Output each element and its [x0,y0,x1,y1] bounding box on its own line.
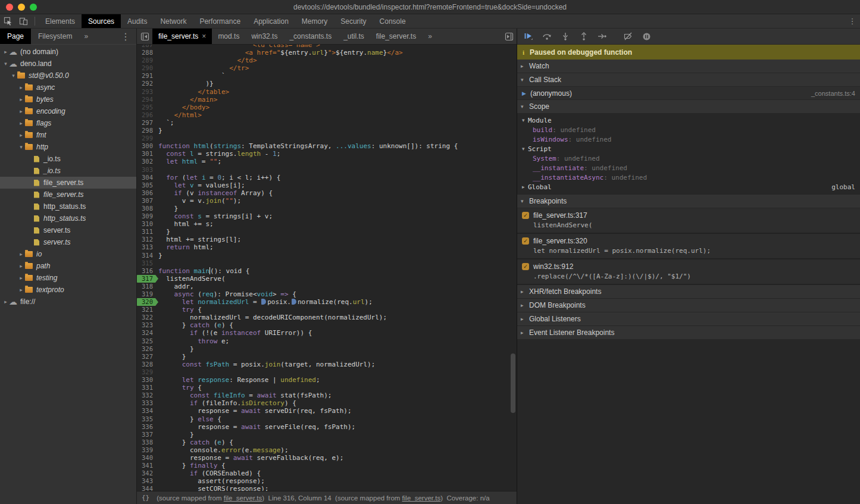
section-global-listeners[interactable]: ▸Global Listeners [517,312,860,326]
scope-property[interactable]: System: undefined [517,154,860,163]
line-number[interactable]: 291 [137,72,158,80]
line-number[interactable]: 339 [137,446,158,454]
scope-property[interactable]: isWindows: undefined [517,134,860,144]
code-line-290[interactable]: 290 </tr> [137,64,517,72]
pause-on-exceptions-button[interactable] [641,32,652,41]
code-line-314[interactable]: 314} [137,252,517,259]
line-number[interactable]: 292 [137,80,158,87]
line-number[interactable]: 298 [137,127,158,134]
tree-expand-arrow-icon[interactable]: ▸ [18,251,24,257]
line-number[interactable]: 301 [137,150,158,158]
code-line-311[interactable]: 311 } [137,228,517,236]
line-number[interactable]: 309 [137,212,158,220]
tree-expand-arrow-icon[interactable]: ▸ [18,84,24,90]
tree-expand-arrow-icon[interactable]: ▾ [10,73,17,79]
code-line-330[interactable]: 330 let response: Response | undefined; [137,376,517,384]
editor-tab-_util.ts-4[interactable]: _util.ts [337,29,370,44]
tree-expand-arrow-icon[interactable]: ▸ [18,132,24,138]
code-line-313[interactable]: 313 return html; [137,243,517,251]
resume-script-button[interactable] [523,32,534,41]
deactivate-breakpoints-button[interactable] [623,32,633,41]
code-line-307[interactable]: 307 v = v.join(""); [137,197,517,205]
code-line-341[interactable]: 341 } finally { [137,462,517,469]
line-number[interactable]: 311 [137,228,158,236]
code-line-336[interactable]: 336 response = await serveFile(req, fsPa… [137,423,517,431]
line-number[interactable]: 341 [137,462,158,469]
code-line-309[interactable]: 309 const s = strings[i] + v; [137,212,517,220]
pretty-print-icon[interactable]: {} [142,494,149,502]
code-line-291[interactable]: 291 ` [137,72,517,80]
step-into-button[interactable] [560,32,571,41]
show-debugger-icon[interactable] [501,29,517,44]
line-number[interactable]: 343 [137,477,158,485]
code-line-289[interactable]: 289 </td> [137,57,517,64]
code-line-315[interactable]: 315 [137,259,517,267]
tree-item-server.ts[interactable]: server.ts [0,236,136,248]
editor-tab-win32.ts-2[interactable]: win32.ts [245,29,283,44]
code-line-334[interactable]: 334 response = await serveDir(req, fsPat… [137,407,517,415]
line-number[interactable]: 302 [137,158,158,165]
tree-item-encoding[interactable]: ▸encoding [0,105,136,117]
line-number[interactable]: 321 [137,306,158,314]
line-number[interactable]: 297 [137,119,158,127]
line-number[interactable]: 332 [137,392,158,399]
tab-sources[interactable]: Sources [82,14,121,28]
code-line-303[interactable]: 303 [137,166,517,174]
tree-item-async[interactable]: ▸async [0,82,136,93]
code-line-322[interactable]: 322 normalizedUrl = decodeURIComponent(n… [137,314,517,321]
tree-expand-arrow-icon[interactable]: ▸ [18,108,24,114]
line-number[interactable]: 340 [137,454,158,462]
tree-item--no-domain-[interactable]: ▸☁(no domain) [0,46,136,58]
line-number[interactable]: 330 [137,376,158,384]
line-number[interactable]: 293 [137,88,158,96]
tree-expand-arrow-icon[interactable]: ▸ [18,287,24,293]
step-out-button[interactable] [578,32,589,41]
code-line-306[interactable]: 306 if (v instanceof Array) { [137,189,517,197]
line-number[interactable]: 303 [137,166,158,174]
tree-expand-arrow-icon[interactable]: ▸ [18,96,24,102]
line-number[interactable]: 306 [137,189,158,197]
call-stack-frame[interactable]: ▶ (anonymous) _constants.ts:4 [517,87,860,100]
code-line-343[interactable]: 343 assert(response); [137,477,517,485]
tree-expand-arrow-icon[interactable]: ▸ [2,49,9,55]
tree-item-file-server.ts[interactable]: file_server.ts [0,189,136,201]
scope-property[interactable]: __instantiateAsync: undefined [517,173,860,182]
code-line-295[interactable]: 295 </body> [137,104,517,111]
line-number[interactable]: 344 [137,485,158,491]
line-number[interactable]: 310 [137,220,158,228]
scope-group-module[interactable]: ▾Module [517,115,860,125]
tree-item-fmt[interactable]: ▸fmt [0,129,136,141]
line-number[interactable]: 295 [137,104,158,111]
tab-console[interactable]: Console [373,14,412,28]
code-line-298[interactable]: 298} [137,127,517,134]
breakpoint-checkbox[interactable]: ✓ [522,237,529,245]
tree-expand-arrow-icon[interactable]: ▸ [18,120,24,126]
section-breakpoints[interactable]: ▾ Breakpoints [517,195,860,208]
breakpoint-badge[interactable]: 320 [137,298,158,306]
line-number[interactable]: 329 [137,368,158,376]
code-line-297[interactable]: 297 `; [137,119,517,127]
breakpoint-entry[interactable]: ✓file_server.ts:320let normalizedUrl = p… [517,234,860,259]
breakpoint-checkbox[interactable]: ✓ [522,263,529,270]
line-number[interactable]: 338 [137,439,158,446]
tab-application[interactable]: Application [247,14,295,28]
code-line-340[interactable]: 340 response = await serveFallback(req, … [137,454,517,462]
line-number[interactable]: 305 [137,181,158,189]
code-line-321[interactable]: 321 try { [137,306,517,314]
code-line-300[interactable]: 300function html(strings: TemplateString… [137,142,517,150]
frame-location[interactable]: _constants.ts:4 [811,90,855,97]
line-number[interactable]: 318 [137,283,158,290]
editor-tab-file_server.ts-0[interactable]: file_server.ts× [152,29,212,44]
tab-elements[interactable]: Elements [39,14,82,28]
tree-item-flags[interactable]: ▸flags [0,117,136,129]
line-number[interactable]: 290 [137,64,158,72]
code-line-317[interactable]: 317 listenAndServe( [137,275,517,283]
code-line-318[interactable]: 318 addr, [137,283,517,290]
line-number[interactable]: 336 [137,423,158,431]
code-line-325[interactable]: 325 throw e; [137,337,517,345]
tab-security[interactable]: Security [334,14,373,28]
section-xhr-fetch-breakpoints[interactable]: ▸XHR/fetch Breakpoints [517,285,860,299]
line-number[interactable]: 316 [137,267,158,275]
tree-item-file-[interactable]: ▸☁file:// [0,296,136,308]
code-line-288[interactable]: 288 <a href="${entry.url}">${entry.name}… [137,49,517,57]
